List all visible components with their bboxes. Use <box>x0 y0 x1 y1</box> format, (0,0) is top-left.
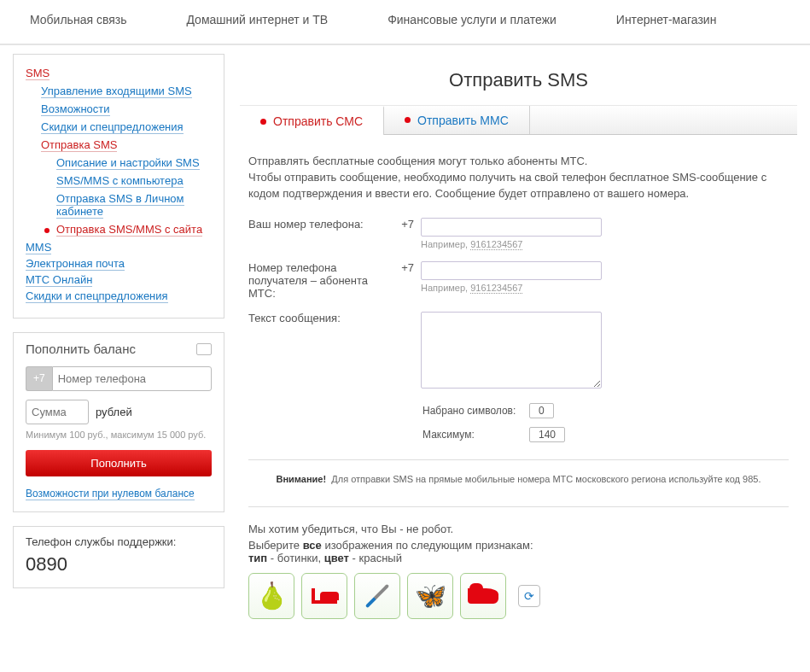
sidebar-mms[interactable]: MMS <box>26 241 51 254</box>
example-link[interactable]: 9161234567 <box>470 239 522 250</box>
wallet-icon <box>196 343 212 355</box>
rub-label: рублей <box>96 406 132 418</box>
topup-button[interactable]: Пополнить <box>26 450 212 476</box>
page-title: Отправить SMS <box>240 54 797 105</box>
shoe-icon <box>468 588 498 604</box>
your-phone-label: Ваш номер телефона: <box>248 218 400 249</box>
nav-internet-tv[interactable]: Домашний интернет и ТВ <box>186 13 328 26</box>
example-hint: Например, 9161234567 <box>421 239 602 249</box>
support-box: Телефон службы поддержки: 0890 <box>13 526 224 588</box>
intro-text: Отправлять бесплатные сообщения могут то… <box>248 154 789 202</box>
dot-icon <box>405 117 411 123</box>
captcha-butterfly[interactable]: 🦋 <box>407 573 453 619</box>
active-dot-icon <box>44 228 50 233</box>
sidebar-sub[interactable]: SMS/MMS с компьютера <box>56 174 184 188</box>
sidebar-item[interactable]: Возможности <box>41 102 110 116</box>
tab-bar: Отправить СМС Отправить ММС <box>240 105 797 135</box>
chars-count: 0 <box>529 403 554 418</box>
sidebar-email[interactable]: Электронная почта <box>26 257 125 271</box>
zero-balance-link[interactable]: Возможности при нулевом балансе <box>26 488 195 500</box>
topup-title: Пополнить баланс <box>26 342 136 356</box>
support-number: 0890 <box>26 553 212 576</box>
warning-text: Внимание! Для отправки SMS на прямые моб… <box>248 469 789 489</box>
sidebar-sub[interactable]: Описание и настройки SMS <box>56 156 200 170</box>
screwdriver-icon <box>365 583 389 607</box>
tab-mms[interactable]: Отправить ММС <box>384 106 530 134</box>
prefix-label: +7 <box>400 218 421 249</box>
captcha-bed[interactable] <box>301 573 347 619</box>
support-label: Телефон службы поддержки: <box>26 535 212 548</box>
topup-sum-input[interactable] <box>26 400 89 424</box>
captcha-refresh-button[interactable]: ⟳ <box>518 585 540 607</box>
your-phone-input[interactable] <box>421 218 602 237</box>
chars-label: Набрано символов: <box>422 405 529 417</box>
example-link[interactable]: 9161234567 <box>470 283 522 294</box>
topup-phone-input[interactable] <box>52 366 212 391</box>
sidebar-sub-current[interactable]: Отправка SMS/MMS с сайта <box>56 223 202 237</box>
separator <box>248 506 789 507</box>
nav-finance[interactable]: Финансовые услуги и платежи <box>388 13 557 26</box>
example-hint: Например, 9161234567 <box>421 283 602 293</box>
max-count: 140 <box>529 427 565 442</box>
sidebar-item[interactable]: Скидки и спецпредложения <box>41 120 184 134</box>
sidebar-deals[interactable]: Скидки и спецпредложения <box>26 289 168 303</box>
refresh-icon: ⟳ <box>524 589 534 603</box>
tab-sms[interactable]: Отправить СМС <box>240 106 384 135</box>
topup-box: Пополнить баланс +7 рублей Минимум 100 р… <box>13 332 224 512</box>
captcha-screwdriver[interactable] <box>354 573 400 619</box>
bed-icon <box>312 588 337 604</box>
recipient-phone-input[interactable] <box>421 261 602 280</box>
nav-mobile[interactable]: Мобильная связь <box>30 13 126 26</box>
topup-hint: Минимум 100 руб., максимум 15 000 руб. <box>26 429 212 440</box>
captcha-images: 🍐 🦋 ⟳ <box>248 573 789 619</box>
nav-shop[interactable]: Интернет-магазин <box>616 13 717 26</box>
message-label: Текст сообщения: <box>248 312 400 391</box>
dot-icon <box>260 119 266 125</box>
sidebar-menu: SMS Управление входящими SMS Возможности… <box>13 54 224 318</box>
recipient-phone-label: Номер телефона получателя – абонента МТС… <box>248 261 400 300</box>
top-nav: Мобильная связь Домашний интернет и ТВ Ф… <box>0 0 810 45</box>
phone-prefix: +7 <box>26 366 52 391</box>
captcha-rules: Выберите все изображения по следующим пр… <box>248 539 789 564</box>
captcha-shoe[interactable] <box>460 573 506 619</box>
prefix-label: +7 <box>400 261 421 300</box>
max-label: Максимум: <box>422 429 529 441</box>
captcha-pear[interactable]: 🍐 <box>248 573 294 619</box>
separator <box>248 459 789 460</box>
sidebar-sub[interactable]: Отправка SMS в Личном кабинете <box>56 192 184 219</box>
sidebar-item[interactable]: Управление входящими SMS <box>41 85 192 98</box>
sidebar-item-send-sms[interactable]: Отправка SMS <box>41 138 117 152</box>
sidebar-sms[interactable]: SMS <box>26 67 50 80</box>
sidebar-online[interactable]: МТС Онлайн <box>26 273 92 287</box>
message-textarea[interactable] <box>421 312 602 389</box>
captcha-title: Мы хотим убедиться, что Вы - не робот. <box>248 523 789 535</box>
main-panel: Отправить SMS Отправить СМС Отправить ММ… <box>240 54 797 628</box>
